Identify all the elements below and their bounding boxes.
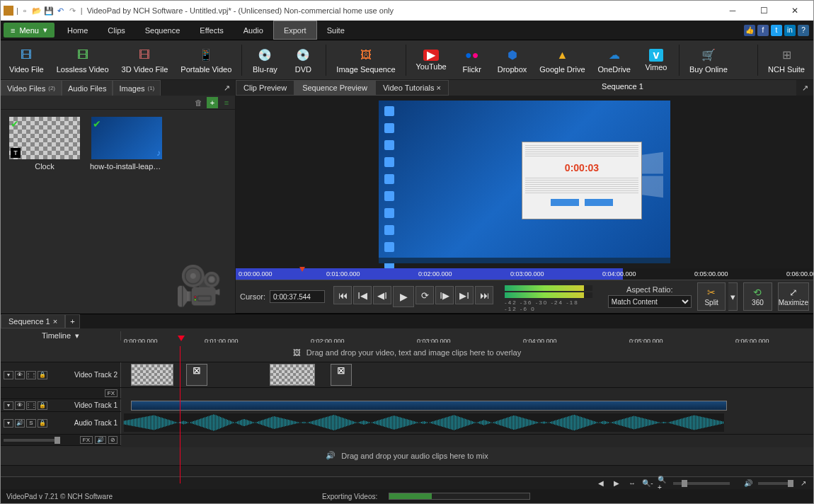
- lock-icon[interactable]: 🔒: [38, 419, 47, 428]
- tab-video-tutorials[interactable]: Video Tutorials ×: [375, 80, 449, 96]
- timeline-tab-sequence[interactable]: Sequence 1 ×: [1, 314, 65, 328]
- menu-home[interactable]: Home: [57, 21, 98, 40]
- audio-clip[interactable]: [124, 413, 724, 432]
- solo-icon[interactable]: S: [26, 419, 36, 428]
- split-dropdown[interactable]: ▾: [728, 282, 738, 311]
- aspect-select[interactable]: Match Content: [608, 295, 692, 308]
- lock-icon[interactable]: 🔒: [38, 371, 47, 379]
- popout-icon[interactable]: ↗: [802, 84, 808, 93]
- popout-icon[interactable]: ↗: [798, 479, 809, 488]
- tool-lossless-video[interactable]: 🎞Lossless Video: [52, 45, 113, 75]
- trash-icon[interactable]: 🗑: [193, 97, 204, 108]
- zoom-out-icon[interactable]: 🔍-: [642, 479, 653, 488]
- go-end-button[interactable]: ⏭: [475, 286, 493, 304]
- timeline-clip[interactable]: ⊠: [186, 364, 207, 386]
- lock-icon[interactable]: 🔒: [38, 401, 47, 410]
- list-icon[interactable]: ≡: [221, 97, 232, 108]
- preview-video[interactable]: 0:00:03: [236, 96, 813, 268]
- eye-icon[interactable]: 👁: [15, 401, 25, 410]
- menu-clips[interactable]: Clips: [98, 21, 134, 40]
- maximize-button[interactable]: ☐: [748, 1, 779, 21]
- split-button[interactable]: ✂Split: [697, 282, 726, 311]
- tab-video-files[interactable]: Video Files(2): [1, 80, 62, 96]
- qat-open-icon[interactable]: 📂: [32, 6, 42, 16]
- popout-icon[interactable]: ↗: [221, 82, 232, 93]
- scroll-right-icon[interactable]: ▶: [611, 479, 622, 488]
- video-track-2[interactable]: ⊠ ⊠: [121, 362, 813, 387]
- tool-3d-video[interactable]: 🎞3D Video File: [117, 45, 173, 75]
- tool-bluray[interactable]: 💿Blu-ray: [248, 45, 282, 75]
- prev-frame-button[interactable]: I◀: [353, 286, 372, 304]
- audio-drop-zone[interactable]: 🔊 Drag and drop your audio clips here to…: [1, 446, 813, 466]
- fx-icon[interactable]: ⋮⋮: [26, 371, 36, 379]
- cursor-input[interactable]: [270, 290, 325, 303]
- tool-youtube[interactable]: ▶YouTube: [412, 48, 451, 72]
- close-button[interactable]: ✕: [779, 1, 810, 21]
- add-icon[interactable]: +: [207, 97, 218, 108]
- qat-undo-icon[interactable]: ↶: [56, 6, 66, 16]
- playhead-line[interactable]: [180, 346, 180, 483]
- tab-sequence-preview[interactable]: Sequence Preview: [294, 80, 375, 96]
- master-volume-slider[interactable]: [758, 482, 793, 485]
- play-button[interactable]: ▶: [393, 286, 414, 307]
- menu-audio[interactable]: Audio: [234, 21, 273, 40]
- tool-image-sequence[interactable]: 🖼Image Sequence: [332, 45, 399, 75]
- step-fwd-button[interactable]: I▶: [435, 286, 454, 304]
- zoom-slider[interactable]: [673, 482, 730, 485]
- timeline-clip[interactable]: [131, 401, 727, 411]
- qat-save-icon[interactable]: 💾: [44, 6, 54, 16]
- tool-onedrive[interactable]: ☁OneDrive: [594, 45, 635, 75]
- fx-badge[interactable]: FX: [80, 436, 93, 444]
- volume-slider[interactable]: [4, 439, 60, 442]
- tool-vimeo[interactable]: vVimeo: [639, 47, 673, 73]
- timeline-playhead-icon[interactable]: [178, 336, 185, 341]
- tool-nch-suite[interactable]: ⊞NCH Suite: [764, 45, 809, 75]
- tool-dvd[interactable]: 💿DVD: [286, 45, 320, 75]
- tab-images[interactable]: Images(1): [113, 80, 161, 96]
- timeline-clip[interactable]: ⊠: [331, 364, 352, 386]
- preview-ruler[interactable]: 0:00:00.000 0:01:00.000 0:02:00.000 0:03…: [236, 268, 813, 280]
- go-start-button[interactable]: ⏮: [333, 286, 352, 304]
- menu-sequence[interactable]: Sequence: [135, 21, 190, 40]
- mute-icon[interactable]: 🔊: [743, 479, 754, 488]
- video-track-1[interactable]: [121, 399, 813, 412]
- fx-icon[interactable]: ⋮⋮: [26, 401, 36, 410]
- tool-portable-video[interactable]: 📱Portable Video: [176, 45, 236, 75]
- playhead-icon[interactable]: [299, 267, 305, 272]
- collapse-icon[interactable]: ▾: [4, 371, 13, 379]
- facebook-icon[interactable]: f: [757, 25, 769, 36]
- qat-new-icon[interactable]: ▫: [20, 6, 30, 16]
- twitter-icon[interactable]: t: [771, 25, 782, 36]
- media-clip[interactable]: ✔ T Clock: [8, 117, 81, 171]
- scroll-left-icon[interactable]: ◀: [595, 479, 607, 488]
- menu-export[interactable]: Export: [273, 21, 317, 40]
- fx-badge[interactable]: FX: [105, 389, 117, 397]
- loop-button[interactable]: ⟳: [415, 286, 434, 304]
- timeline-clip[interactable]: [131, 364, 173, 386]
- overlay-drop-zone[interactable]: 🖼 Drag and drop your video, text and ima…: [1, 343, 813, 362]
- timeline-tab-add[interactable]: +: [65, 314, 79, 328]
- speaker-small-icon[interactable]: 🔊: [95, 436, 106, 444]
- fit-icon[interactable]: ↔: [626, 479, 638, 488]
- minimize-button[interactable]: ─: [717, 1, 748, 21]
- menu-button[interactable]: ≡ Menu ▾: [4, 23, 55, 38]
- help-icon[interactable]: ?: [798, 25, 809, 36]
- tool-google-drive[interactable]: ▲Google Drive: [535, 45, 589, 75]
- qat-redo-icon[interactable]: ↷: [68, 6, 78, 16]
- link-icon[interactable]: ⊘: [108, 436, 117, 444]
- next-frame-button[interactable]: ▶I: [455, 286, 474, 304]
- tool-dropbox[interactable]: ⬢Dropbox: [493, 45, 532, 75]
- tool-flickr[interactable]: ●●Flickr: [455, 45, 489, 75]
- tool-buy-online[interactable]: 🛒Buy Online: [685, 45, 732, 75]
- close-tab-icon[interactable]: ×: [53, 317, 57, 326]
- zoom-in-icon[interactable]: 🔍+: [658, 479, 669, 488]
- tab-audio-files[interactable]: Audio Files: [62, 80, 113, 96]
- eye-icon[interactable]: 👁: [15, 371, 25, 379]
- collapse-icon[interactable]: ▾: [4, 419, 13, 428]
- media-clip[interactable]: ✔ ♪ how-to-install-leapdro...: [90, 117, 164, 171]
- speaker-icon[interactable]: 🔊: [15, 419, 25, 428]
- linkedin-icon[interactable]: in: [784, 25, 796, 36]
- chevron-down-icon[interactable]: ▾: [75, 331, 79, 340]
- like-icon[interactable]: 👍: [744, 25, 755, 36]
- collapse-icon[interactable]: ▾: [4, 401, 13, 410]
